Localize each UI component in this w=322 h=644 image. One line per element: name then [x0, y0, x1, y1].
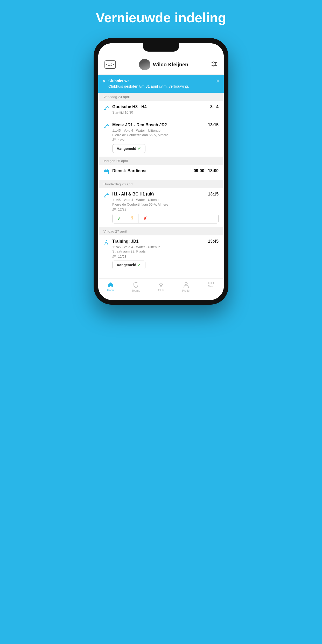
event-title-text: H1 - AH & BC H1 (uit) [112, 192, 154, 197]
nav-label-teams: Teams [132, 289, 140, 292]
filter-icon[interactable] [211, 61, 218, 68]
svg-point-27 [185, 283, 187, 285]
event-content: Dienst: Bardienst 09:00 - 13:00 [112, 169, 219, 173]
nav-label-meer: Meer [208, 285, 214, 288]
event-location: Pierre de Coubertinlaan 55-A, Almere [112, 133, 219, 137]
hockey-icon [103, 105, 109, 112]
event-title-text: Dienst: Bardienst [112, 169, 146, 173]
page-headline: Vernieuwde indeling [96, 10, 226, 25]
event-content: Gooische H3 - H4 3 - 4 Starttijd 10:30 [112, 104, 219, 115]
nav-label-home: Home [107, 289, 115, 292]
event-row: H1 - AH & BC H1 (uit) 13:15 11:45 - Veld… [98, 188, 224, 227]
participants-icon [112, 138, 116, 142]
notch [143, 43, 179, 52]
svg-point-9 [107, 124, 108, 125]
svg-point-5 [213, 65, 215, 66]
news-banner: ✕ Clubnieuws: Clubhuis gesloten t/m 31 a… [98, 75, 224, 93]
event-detail1: 11:45 - Veld 4 - Water - Uittenue [112, 244, 219, 250]
participants-count: 12/23 [118, 255, 127, 258]
event-meta: 12/23 [112, 138, 219, 142]
aangemeld-label: Aangemeld [117, 146, 136, 151]
nav-item-teams[interactable]: Teams [123, 282, 149, 292]
phone-shell: 1:0 Wilco Kleijnen [94, 38, 228, 305]
event-time: 13:15 [208, 192, 219, 197]
section-morgen: Morgen 25 april [98, 157, 224, 165]
section-vrijdag: Vrijdag 27 april [98, 227, 224, 235]
event-sub: Starttijd 10:30 [112, 110, 219, 115]
nav-label-profiel: Profiel [182, 289, 190, 292]
training-icon [103, 240, 109, 247]
event-time: 09:00 - 13:00 [194, 169, 219, 173]
event-time: 13:45 [208, 239, 219, 244]
nav-item-meer[interactable]: Meer [199, 282, 224, 292]
svg-point-4 [215, 63, 216, 65]
event-meta: 12/23 [112, 207, 219, 212]
event-row: Mees: JD1 - Den Bosch JD2 13:15 11:45 - … [98, 119, 224, 157]
nav-label-club: Club [158, 289, 164, 292]
event-time: 3 - 4 [210, 104, 219, 109]
svg-point-19 [114, 208, 116, 209]
score-icon[interactable]: 1:0 [104, 60, 116, 69]
svg-point-20 [106, 240, 107, 241]
svg-rect-12 [104, 170, 109, 174]
user-name: Wilco Kleijnen [153, 62, 188, 68]
svg-point-22 [114, 255, 116, 256]
event-location: Straatnaam 23, Plaats [112, 249, 219, 253]
avatar [139, 59, 150, 70]
hockey-icon [103, 192, 109, 200]
section-donderdag: Donderdag 26 april [98, 180, 224, 188]
event-content: H1 - AH & BC H1 (uit) 13:15 11:45 - Veld… [112, 192, 219, 223]
phone-screen: 1:0 Wilco Kleijnen [98, 43, 224, 300]
svg-point-17 [107, 193, 108, 194]
svg-point-10 [113, 138, 114, 140]
event-row: Training: JD1 13:45 11:45 - Veld 4 - Wat… [98, 235, 224, 274]
nav-item-profiel[interactable]: Profiel [173, 282, 199, 292]
event-title-text: Mees: JD1 - Den Bosch JD2 [112, 123, 167, 127]
event-content: Training: JD1 13:45 11:45 - Veld 4 - Wat… [112, 239, 219, 270]
hockey-icon [103, 123, 109, 130]
event-row: Dienst: Bardienst 09:00 - 13:00 [98, 165, 224, 180]
banner-close-button[interactable]: ✕ [216, 78, 220, 84]
event-title-text: Gooische H3 - H4 [112, 104, 146, 109]
aangemeld-label: Aangemeld [117, 263, 136, 267]
event-meta: 12/23 [112, 254, 219, 258]
event-detail1: 11:45 - Veld 4 - Water - Uittenue [112, 197, 219, 202]
svg-point-18 [113, 208, 114, 209]
banner-text: Clubnieuws: Clubhuis gesloten t/m 31 apr… [108, 78, 213, 89]
event-time: 13:15 [208, 123, 219, 127]
avail-yes-button[interactable]: ✓ [113, 214, 126, 223]
event-row: Gooische H3 - H4 3 - 4 Starttijd 10:30 [98, 101, 224, 119]
participants-count: 12/23 [118, 207, 127, 211]
app-container: 1:0 Wilco Kleijnen [98, 43, 224, 300]
participants-icon [112, 207, 116, 212]
nav-item-home[interactable]: Home [98, 282, 123, 292]
nav-item-club[interactable]: Club [149, 282, 174, 292]
aangemeld-button[interactable]: Aangemeld ✓ [112, 144, 145, 153]
avail-no-button[interactable]: ✗ [138, 214, 152, 223]
event-title-text: Training: JD1 [112, 239, 138, 244]
svg-point-3 [213, 62, 214, 63]
svg-point-21 [113, 255, 114, 256]
header-user: Wilco Kleijnen [116, 59, 211, 70]
section-vandaag: Vandaag 24 april [98, 93, 224, 101]
svg-point-11 [114, 138, 116, 140]
svg-point-7 [107, 106, 108, 107]
participants-count: 12/23 [118, 138, 127, 142]
dienst-icon [103, 169, 109, 176]
banner-x-icon: ✕ [102, 79, 106, 84]
event-location: Pierre de Coubertinlaan 55-A, Almere [112, 202, 219, 206]
avail-maybe-button[interactable]: ? [126, 214, 138, 223]
bottom-nav: Home Teams Club [98, 278, 224, 300]
availability-buttons: ✓ ? ✗ [112, 214, 219, 223]
event-detail1: 11:45 - Veld 4 - Water - Uittenue [112, 128, 219, 133]
participants-icon [112, 254, 116, 258]
event-content: Mees: JD1 - Den Bosch JD2 13:15 11:45 - … [112, 123, 219, 153]
aangemeld-button[interactable]: Aangemeld ✓ [112, 261, 145, 269]
check-icon: ✓ [138, 263, 141, 267]
check-icon: ✓ [138, 146, 141, 151]
